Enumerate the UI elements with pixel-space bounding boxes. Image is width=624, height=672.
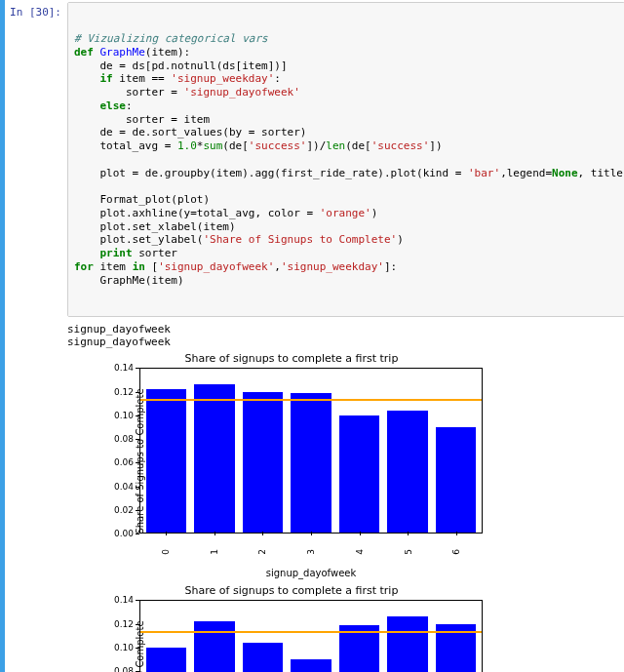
bar [387, 411, 427, 533]
avg-hline [140, 631, 482, 633]
bar [387, 616, 427, 672]
input-prompt: In [30]: [5, 2, 67, 317]
bar [436, 427, 476, 533]
xtick: 5 [388, 535, 429, 569]
cell-output: signup_dayofweek signup_dayofweek Share … [61, 317, 624, 672]
chart-0: Share of signups to complete a first tri… [97, 354, 487, 569]
bar [194, 384, 234, 533]
xtick: 0 [145, 535, 186, 569]
bar [291, 659, 331, 672]
xtick: 3 [291, 535, 332, 569]
chart-title: Share of signups to complete a first tri… [97, 352, 487, 365]
xtick: 2 [242, 535, 283, 569]
bar [146, 389, 186, 534]
chart-title: Share of signups to complete a first tri… [97, 584, 487, 597]
chart-xlabel: signup_dayofweek [139, 568, 483, 578]
xtick: 6 [436, 535, 477, 569]
xtick: 1 [194, 535, 235, 569]
bar [243, 392, 283, 533]
code-input[interactable]: # Vizualizing categorical varsdef GraphM… [67, 2, 624, 317]
bar [146, 648, 186, 672]
bar [243, 643, 283, 672]
avg-hline [140, 399, 482, 401]
bar [339, 415, 379, 533]
bar [194, 621, 234, 672]
plot-area [139, 368, 483, 534]
code-cell: In [30]: # Vizualizing categorical varsd… [5, 2, 624, 317]
xtick: 4 [339, 535, 380, 569]
plot-area [139, 600, 483, 672]
stdout-text: signup_dayofweek signup_dayofweek [67, 323, 624, 348]
bar [291, 393, 331, 533]
chart-1: Share of signups to complete a first tri… [97, 586, 487, 672]
notebook: In [30]: # Vizualizing categorical varsd… [0, 0, 624, 672]
